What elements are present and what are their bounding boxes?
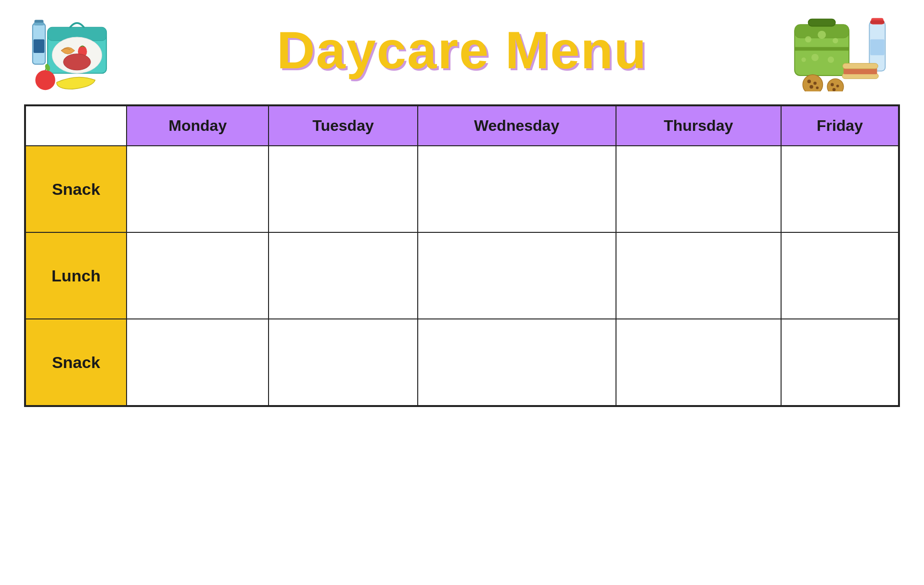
svg-rect-13 — [808, 19, 835, 26]
svg-point-36 — [833, 88, 836, 91]
svg-point-18 — [811, 54, 819, 61]
lunch-wednesday-cell[interactable] — [418, 232, 616, 319]
table-header-row: Monday Tuesday Wednesday Thursday Friday — [26, 106, 898, 146]
table-row-snack-morning: Snack — [26, 146, 898, 232]
svg-point-29 — [808, 80, 811, 84]
svg-point-8 — [64, 54, 90, 70]
table-row-lunch: Lunch — [26, 232, 898, 319]
svg-point-15 — [805, 36, 811, 42]
svg-point-19 — [828, 57, 834, 63]
day-thursday: Thursday — [616, 106, 781, 146]
snack-thursday-cell[interactable] — [616, 146, 781, 232]
svg-point-9 — [35, 70, 55, 90]
svg-rect-27 — [843, 64, 878, 69]
corner-cell — [26, 106, 127, 146]
snack-friday-cell[interactable] — [781, 146, 898, 232]
svg-rect-2 — [34, 23, 45, 25]
svg-point-20 — [801, 57, 806, 62]
left-decoration-icon — [29, 14, 125, 91]
page-title: Daycare Menu — [277, 19, 647, 80]
svg-point-17 — [833, 38, 838, 43]
svg-point-30 — [813, 82, 817, 85]
right-decoration-icon — [789, 14, 895, 91]
snack2-monday-cell[interactable] — [127, 319, 269, 406]
svg-point-35 — [836, 85, 839, 88]
svg-point-34 — [831, 83, 834, 87]
snack-monday-cell[interactable] — [127, 146, 269, 232]
lunch-thursday-cell[interactable] — [616, 232, 781, 319]
row-label-snack-afternoon: Snack — [26, 319, 127, 406]
snack2-thursday-cell[interactable] — [616, 319, 781, 406]
lunch-monday-cell[interactable] — [127, 232, 269, 319]
snack2-wednesday-cell[interactable] — [418, 319, 616, 406]
snack2-tuesday-cell[interactable] — [269, 319, 417, 406]
lunch-tuesday-cell[interactable] — [269, 232, 417, 319]
row-label-snack-morning: Snack — [26, 146, 127, 232]
page-header: Daycare Menu — [10, 10, 914, 90]
table-row-snack-afternoon: Snack — [26, 319, 898, 406]
menu-table-wrapper: Monday Tuesday Wednesday Thursday Friday… — [24, 104, 900, 407]
svg-rect-14 — [795, 47, 849, 51]
menu-table: Monday Tuesday Wednesday Thursday Friday… — [25, 105, 899, 406]
svg-rect-3 — [34, 39, 45, 53]
day-wednesday: Wednesday — [418, 106, 616, 146]
day-tuesday: Tuesday — [269, 106, 417, 146]
day-monday: Monday — [127, 106, 269, 146]
svg-point-28 — [803, 75, 822, 91]
snack-tuesday-cell[interactable] — [269, 146, 417, 232]
day-friday: Friday — [781, 106, 898, 146]
svg-rect-24 — [870, 39, 884, 55]
snack-wednesday-cell[interactable] — [418, 146, 616, 232]
row-label-lunch: Lunch — [26, 232, 127, 319]
svg-point-31 — [809, 85, 813, 89]
snack2-friday-cell[interactable] — [781, 319, 898, 406]
svg-point-32 — [816, 87, 819, 89]
svg-point-16 — [818, 31, 826, 39]
svg-rect-23 — [870, 20, 884, 24]
lunch-friday-cell[interactable] — [781, 232, 898, 319]
